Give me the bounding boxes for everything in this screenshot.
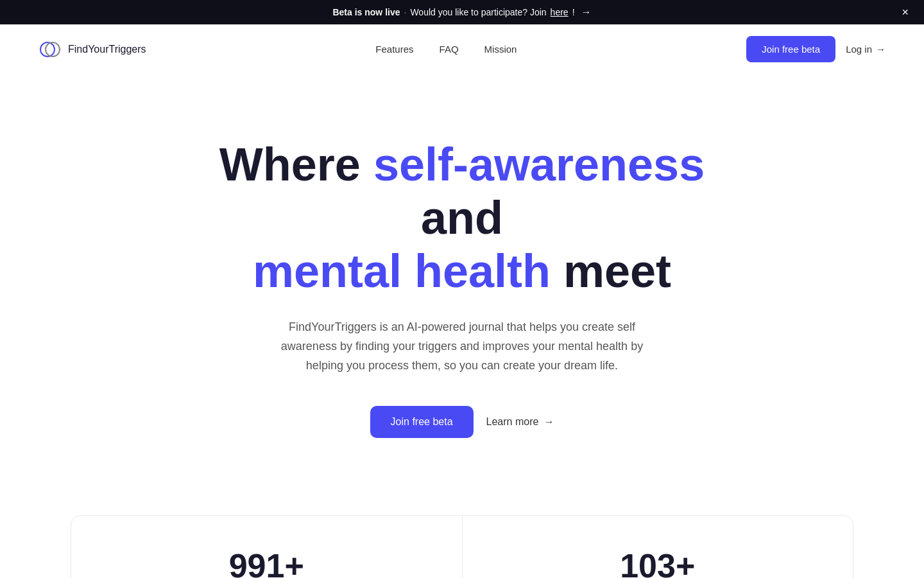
learn-more-label: Learn more (486, 416, 539, 428)
join-beta-nav-button[interactable]: Join free beta (746, 36, 835, 62)
nav-faq[interactable]: FAQ (440, 44, 459, 55)
logo-name: FindYourTriggers (68, 44, 146, 55)
logo-icon (38, 38, 62, 61)
hero-title-and: and (421, 192, 503, 243)
banner-pre-link: Would you like to participate? Join (410, 7, 546, 17)
learn-more-button[interactable]: Learn more → (486, 416, 554, 428)
nav-mission[interactable]: Mission (484, 44, 517, 55)
join-beta-hero-button[interactable]: Join free beta (370, 406, 474, 438)
hero-actions: Join free beta Learn more → (370, 406, 554, 438)
nav-actions: Join free beta Log in → (746, 36, 886, 62)
announcement-banner: Beta is now live · Would you like to par… (0, 0, 924, 24)
hero-section: Where self-awareness and mental health m… (0, 74, 924, 477)
banner-post-link: ! (572, 7, 575, 17)
hero-title-highlight: self-awareness (373, 139, 705, 190)
stat-block-1: 103+ Sign-ups (463, 516, 853, 578)
learn-more-arrow-icon: → (543, 416, 554, 428)
navbar: FindYourTriggers Features FAQ Mission Jo… (0, 24, 924, 74)
hero-title-before: Where (219, 139, 361, 190)
login-label: Log in (846, 44, 872, 55)
stat-number-0: 991+ (110, 547, 424, 578)
stat-block-0: 991+ Sign-ups (71, 516, 463, 578)
hero-subtitle: FindYourTriggers is an AI-powered journa… (276, 318, 648, 375)
hero-title: Where self-awareness and mental health m… (205, 138, 719, 297)
stat-number-1: 103+ (501, 547, 815, 578)
login-button[interactable]: Log in → (846, 44, 886, 55)
banner-beta-live: Beta is now live (332, 7, 400, 17)
banner-arrow-icon: → (581, 6, 592, 18)
stats-section: 991+ Sign-ups 103+ Sign-ups (71, 515, 853, 578)
logo[interactable]: FindYourTriggers (38, 38, 146, 61)
login-arrow-icon: → (876, 44, 886, 55)
nav-links: Features FAQ Mission (375, 44, 517, 55)
nav-features[interactable]: Features (375, 44, 413, 55)
hero-title-meet: meet (563, 245, 671, 297)
hero-title-highlight2: mental health (253, 245, 551, 297)
banner-link[interactable]: here (551, 7, 569, 17)
banner-separator: · (404, 7, 407, 17)
banner-close-button[interactable]: × (899, 4, 911, 21)
